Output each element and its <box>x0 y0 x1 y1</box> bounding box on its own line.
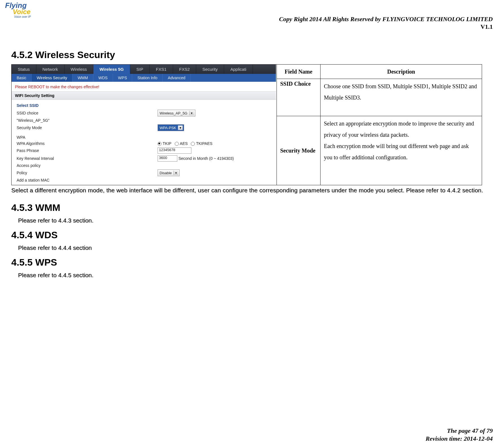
radio-tkipaes-label: TKIPAES <box>196 141 212 146</box>
select-policy[interactable]: Disable ▼ <box>158 169 180 176</box>
screenshot-cell: Status Network Wireless Wireless 5G SIP … <box>12 65 277 185</box>
heading-452: 4.5.2 Wireless Security <box>11 49 495 60</box>
device-ui: Status Network Wireless Wireless 5G SIP … <box>12 65 276 185</box>
tab-fxs1[interactable]: FXS1 <box>150 65 173 74</box>
logo-line2: Voice <box>13 8 30 16</box>
tab-application[interactable]: Applicati <box>224 65 253 74</box>
radio-tkipaes[interactable]: TKIPAES <box>191 141 212 146</box>
tab-fxs2[interactable]: FXS2 <box>173 65 196 74</box>
label-security-mode: Security Mode <box>17 125 158 130</box>
radio-tkip[interactable]: TKIP <box>158 141 171 146</box>
radio-aes-label: AES <box>180 141 188 146</box>
sub-tabbar: Basic Wireless Security WMM WDS WPS Stat… <box>12 74 276 82</box>
spec-table: Status Network Wireless Wireless 5G SIP … <box>11 64 482 185</box>
tab-network[interactable]: Network <box>36 65 65 74</box>
label-add-mac: Add a station MAC <box>17 178 158 182</box>
label-wpa-alg: WPA Algorithms <box>17 141 158 146</box>
label-policy: Policy <box>17 171 158 175</box>
subtab-wds[interactable]: WDS <box>93 74 113 82</box>
content: 4.5.2 Wireless Security Status Network W… <box>11 49 495 284</box>
main-tabbar: Status Network Wireless Wireless 5G SIP … <box>12 65 276 74</box>
th-field-name: Field Name <box>277 65 321 79</box>
select-ssid-choice-value: Wireless_AP_5G <box>160 111 187 115</box>
reboot-notice: Please REBOOT to make the changes effect… <box>12 82 276 91</box>
logo-line3: Voice over IP <box>14 15 31 18</box>
radio-aes[interactable]: AES <box>175 141 188 146</box>
subtab-wireless-security[interactable]: Wireless Security <box>32 74 72 82</box>
cell-field-0: SSID Choice <box>277 79 321 116</box>
label-access-policy: Access policy <box>17 163 158 168</box>
panel-body: Select SSID SSID choice Wireless_AP_5G ▼… <box>12 100 276 185</box>
cell-desc-0: Choose one SSID from SSID, Multiple SSID… <box>321 79 482 116</box>
select-ssid-choice[interactable]: Wireless_AP_5G ▼ <box>158 110 195 116</box>
label-ssid-name: "Wireless_AP_5G" <box>17 118 158 123</box>
heading-454: 4.5.4 WDS <box>11 229 495 240</box>
logo: Flying Voice Voice over IP <box>0 0 37 21</box>
tab-wireless-5g[interactable]: Wireless 5G <box>93 65 130 74</box>
refer-453: Please refer to 4.4.3 section. <box>18 217 495 224</box>
tab-sip[interactable]: SIP <box>130 65 150 74</box>
header-version: V1.1 <box>481 23 493 30</box>
tab-wireless[interactable]: Wireless <box>65 65 94 74</box>
heading-455: 4.5.5 WPS <box>11 257 495 268</box>
subtab-wps[interactable]: WPS <box>113 74 132 82</box>
label-renew-interval: Key Renewal Interval <box>17 156 158 161</box>
select-security-mode[interactable]: WPA-PSK ▼ <box>158 124 184 131</box>
footer-revision: Revision time: 2014-12-04 <box>426 435 493 443</box>
note-452: Select a different encryption mode, the … <box>11 187 490 194</box>
select-security-mode-value: WPA-PSK <box>160 126 176 130</box>
heading-453: 4.5.3 WMM <box>11 202 495 213</box>
header-copyright: Copy Right 2014 All Rights Reserved by F… <box>279 16 493 23</box>
cell-desc-1: Select an appropriate encryption mode to… <box>321 116 482 185</box>
footer: The page 47 of 79 Revision time: 2014-12… <box>426 427 493 443</box>
input-renew-interval[interactable]: 3600 <box>158 155 177 162</box>
label-wpa: WPA <box>17 135 158 140</box>
cell-field-1: Security Mode <box>277 116 321 185</box>
th-description: Description <box>321 65 482 79</box>
renew-suffix: Second in Month (0 ~ 4194303) <box>178 156 234 161</box>
tab-status[interactable]: Status <box>12 65 36 74</box>
tab-security[interactable]: Security <box>196 65 224 74</box>
chevron-down-icon: ▼ <box>173 171 178 175</box>
subhead-select-ssid: Select SSID <box>17 101 271 109</box>
subtab-wmm[interactable]: WMM <box>72 74 93 82</box>
page: Flying Voice Voice over IP Copy Right 20… <box>0 0 495 448</box>
subtab-station-info[interactable]: Station Info <box>132 74 163 82</box>
subtab-advanced[interactable]: Advanced <box>163 74 191 82</box>
refer-454: Please refer to 4.4.4 section <box>18 244 495 251</box>
chevron-down-icon: ▼ <box>178 125 183 130</box>
chevron-down-icon: ▼ <box>189 111 194 115</box>
label-passphrase: Pass Phrase <box>17 148 158 153</box>
refer-455: Please refer to 4.4.5 section. <box>18 272 495 279</box>
select-policy-value: Disable <box>160 171 172 175</box>
input-passphrase[interactable]: 12345678 <box>158 147 191 154</box>
radio-tkip-label: TKIP <box>163 141 171 146</box>
subtab-basic[interactable]: Basic <box>12 74 32 82</box>
label-ssid-choice: SSID choice <box>17 111 158 115</box>
footer-page: The page 47 of 79 <box>426 427 493 435</box>
panel-title: WIFI Security Setting <box>12 91 276 100</box>
